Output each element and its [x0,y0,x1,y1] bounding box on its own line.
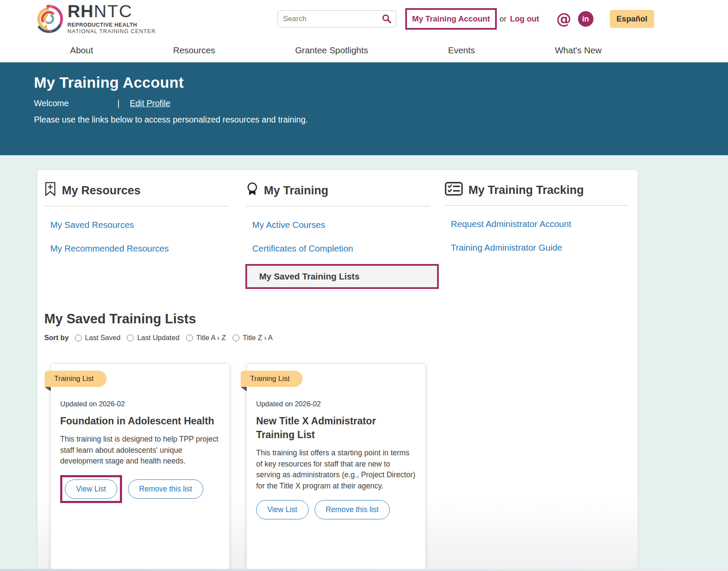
card-updated-date: Updated on 2026-02 [60,400,220,408]
remove-list-button[interactable]: Remove this list [315,500,390,519]
highlight-box-view-list: View List [60,475,122,503]
divider [44,206,228,206]
view-list-button[interactable]: View List [256,500,309,519]
account-links: My Training Account or Log out [405,8,539,30]
section-title: My Resources [62,184,141,197]
award-ribbon-icon [246,182,258,200]
search-box [278,10,396,28]
training-list-badge: Training List [45,371,107,387]
card-updated-date: Updated on 2026-02 [256,400,416,408]
nav-item-about[interactable]: About [70,45,93,55]
linkedin-icon[interactable]: in [578,11,593,27]
nav-item-grantee-spotlights[interactable]: Grantee Spotlights [295,45,368,55]
card-title: Foundation in Adolescent Health [60,414,220,428]
main-area: My Resources My Saved Resources My Recom… [0,155,728,571]
link-my-saved-resources[interactable]: My Saved Resources [50,220,246,230]
content-panel: My Resources My Saved Resources My Recom… [37,170,638,571]
highlight-box-my-training-account: My Training Account [405,8,497,30]
nav-item-events[interactable]: Events [448,45,475,55]
link-certificates-of-completion[interactable]: Certificates of Completion [252,243,445,254]
section-title: My Training Tracking [468,184,584,197]
link-my-saved-training-lists[interactable]: My Saved Training Lists [259,271,360,281]
main-nav: About Resources Grantee Spotlights Event… [0,38,728,62]
card-description: This training list offers a starting poi… [256,448,416,491]
view-list-button[interactable]: View List [65,479,117,499]
my-training-account-link[interactable]: My Training Account [412,14,490,24]
section-my-resources: My Resources My Saved Resources My Recom… [44,182,246,254]
divider [445,205,629,206]
brand-rh: RH [67,1,94,21]
training-list-cards: Training List Updated on 2026-02 Foundat… [44,363,625,571]
sort-controls: Sort by Last Saved Last Updated Title A … [44,334,625,342]
logo-wordmark: RHNTC REPRODUCTIVE HEALTH NATIONAL TRAIN… [67,2,156,34]
banner-subtitle: Please use the links below to access per… [34,115,728,125]
link-my-active-courses[interactable]: My Active Courses [252,220,445,230]
magnifier-icon[interactable] [382,14,392,26]
hero-banner: My Training Account Welcome | Edit Profi… [0,62,728,155]
link-request-administrator-account[interactable]: Request Administrator Account [451,219,629,229]
card-description: This training list is designed to help T… [60,434,220,467]
checklist-icon [445,182,463,199]
radio-last-updated[interactable] [127,335,134,341]
footer-edge [0,569,728,571]
rhntc-logo[interactable]: RHNTC REPRODUCTIVE HEALTH NATIONAL TRAIN… [34,2,171,36]
email-at-icon[interactable]: @ [557,12,572,27]
rhntc-swirl-icon [34,2,64,36]
section-my-training: My Training My Active Courses Certificat… [246,182,445,289]
nav-item-whats-new[interactable]: What's New [555,45,602,55]
radio-title-za[interactable] [232,335,239,341]
card-title: New Title X Administrator Training List [256,414,416,442]
or-text: or [499,14,506,24]
radio-title-az[interactable] [186,335,193,341]
sort-option-title-za[interactable]: Title Z › A [232,334,273,342]
sort-option-title-az[interactable]: Title A › Z [186,334,226,342]
training-list-badge: Training List [241,371,303,387]
training-list-card: Training List Updated on 2026-02 Foundat… [50,363,230,571]
radio-last-saved[interactable] [75,335,82,341]
sort-by-label: Sort by [44,334,69,342]
edit-profile-link[interactable]: Edit Profile [130,98,170,108]
saved-lists-heading: My Saved Training Lists [44,311,625,327]
welcome-text: Welcome [34,98,69,108]
search-input[interactable] [278,10,396,28]
section-title: My Training [264,184,328,197]
highlight-box-my-saved-training-lists[interactable]: My Saved Training Lists [245,264,439,289]
remove-list-button[interactable]: Remove this list [128,479,204,499]
divider [246,206,430,206]
account-sections: My Resources My Saved Resources My Recom… [44,182,625,289]
brand-ntc: NTC [94,1,132,21]
link-my-recommended-resources[interactable]: My Recommended Resources [50,243,246,254]
site-header: RHNTC REPRODUCTIVE HEALTH NATIONAL TRAIN… [0,0,728,38]
sort-option-last-updated[interactable]: Last Updated [127,334,179,342]
link-training-administrator-guide[interactable]: Training Administrator Guide [451,243,629,253]
section-my-training-tracking: My Training Tracking Request Administrat… [445,182,629,253]
log-out-link[interactable]: Log out [510,14,539,24]
page-title: My Training Account [34,74,728,91]
training-list-card: Training List Updated on 2026-02 New Tit… [246,363,426,571]
logo-tagline-top: REPRODUCTIVE HEALTH [67,22,156,28]
espanol-button[interactable]: Español [610,10,655,28]
separator-text: | [117,98,119,108]
sort-option-last-saved[interactable]: Last Saved [75,334,121,342]
bookmark-plus-icon [44,182,56,200]
logo-tagline-bottom: NATIONAL TRAINING CENTER [67,28,156,34]
nav-item-resources[interactable]: Resources [173,45,215,55]
